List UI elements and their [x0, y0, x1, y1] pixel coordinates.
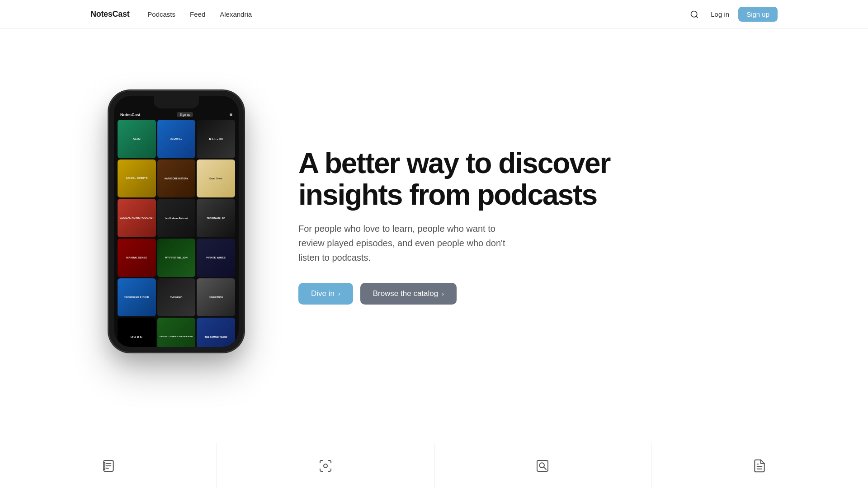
svg-line-1 [696, 16, 698, 18]
podcast-tile: Drum Tower [197, 160, 235, 198]
feature-item-1 [0, 443, 217, 488]
podcast-tile: ANIMAL SPIRITS [118, 160, 156, 198]
podcast-tile: ACQUIRED [157, 120, 196, 158]
nav-link-alexandria[interactable]: Alexandria [220, 10, 252, 18]
browse-catalog-label: Browse the catalog [373, 289, 439, 298]
navbar: NotesCast Podcasts Feed Alexandria Log i… [0, 0, 868, 29]
podcast-grid: ACQ2 ACQUIRED ALL-IN ANIMAL SPIRITS HARD… [117, 120, 236, 347]
podcast-tile: MAKING SENSE [118, 239, 156, 277]
feature-item-3 [434, 443, 651, 488]
signup-button[interactable]: Sign up [738, 7, 778, 22]
podcast-tile: Howard Marks [197, 278, 235, 317]
podcast-tile: The Compound & Friends [118, 278, 156, 317]
search-button[interactable] [687, 7, 702, 22]
target-scan-icon [316, 457, 335, 475]
hero-section: NotesCast Sign up ≡ ACQ2 ACQUIRED ALL-IN… [0, 0, 868, 434]
feature-item-2 [217, 443, 434, 488]
nav-logo[interactable]: NotesCast [90, 9, 129, 19]
search-icon [690, 10, 699, 19]
nav-right: Log in Sign up [687, 7, 778, 22]
podcast-tile: HARDCORE HISTORY [157, 160, 196, 198]
hero-text: A better way to discover insights from p… [298, 147, 615, 305]
search-zoom-icon [533, 457, 552, 475]
feature-item-4 [651, 443, 868, 488]
phone-notch [154, 96, 199, 108]
hero-title: A better way to discover insights from p… [298, 147, 615, 211]
dive-in-label: Dive in [311, 289, 335, 298]
podcast-tile: Lex Fridman Podcast [157, 199, 196, 237]
hero-buttons: Dive in › Browse the catalog › [298, 283, 615, 305]
list-document-icon [99, 457, 118, 475]
chevron-right-icon: › [338, 290, 340, 297]
svg-line-9 [544, 467, 546, 469]
podcast-tile: MY FIRST MILLION [157, 239, 196, 277]
phone-menu-icon: ≡ [230, 112, 232, 117]
podcast-tile: PROPERTY FINANCE & MONEY MGMT [157, 318, 196, 347]
svg-point-6 [324, 464, 327, 468]
dive-in-button[interactable]: Dive in › [298, 283, 353, 305]
login-button[interactable]: Log in [711, 10, 729, 18]
podcast-tile: DOAC [118, 318, 156, 347]
phone-mockup: NotesCast Sign up ≡ ACQ2 ACQUIRED ALL-IN… [90, 90, 262, 352]
nav-link-podcasts[interactable]: Podcasts [147, 10, 175, 18]
nav-link-feed[interactable]: Feed [190, 10, 205, 18]
nav-links: Podcasts Feed Alexandria [147, 10, 687, 18]
chevron-right-icon: › [442, 290, 444, 297]
podcast-tile: PIRATE WIRES [197, 239, 235, 277]
podcast-tile: THE MEMO [157, 278, 196, 317]
podcast-tile: THE RAMSEY SHOW [197, 318, 235, 347]
browse-catalog-button[interactable]: Browse the catalog › [360, 283, 457, 305]
features-bar [0, 443, 868, 488]
document-lines-icon [750, 457, 769, 475]
phone-screen: NotesCast Sign up ≡ ACQ2 ACQUIRED ALL-IN… [114, 96, 239, 347]
podcast-tile: ALL-IN [197, 120, 235, 158]
podcast-tile: ACQ2 [118, 120, 156, 158]
hero-subtitle: For people who love to learn, people who… [298, 221, 515, 265]
phone-signup-label: Sign up [177, 112, 193, 117]
podcast-tile: BUSSMANN LAB [197, 199, 235, 237]
podcast-tile: GLOBAL NEWS PODCAST [118, 199, 156, 237]
phone-frame: NotesCast Sign up ≡ ACQ2 ACQUIRED ALL-IN… [108, 90, 244, 352]
phone-brand-label: NotesCast [120, 113, 141, 117]
